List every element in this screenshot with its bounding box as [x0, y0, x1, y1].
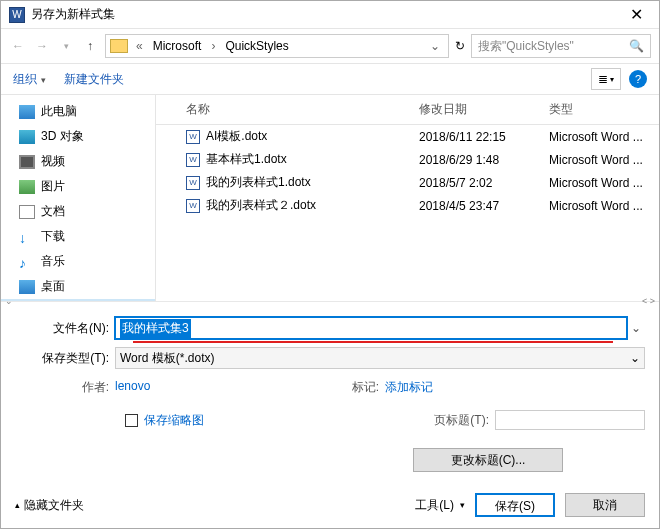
sidebar-item[interactable]: ♪音乐 [1, 249, 155, 274]
file-name: 我的列表样式２.dotx [206, 197, 316, 214]
file-type: Microsoft Word ... [549, 130, 659, 144]
sidebar-item-label: 此电脑 [41, 103, 77, 120]
tags-label: 标记: [325, 379, 385, 396]
savetype-label: 保存类型(T): [15, 350, 115, 367]
recent-dropdown-icon[interactable]: ▾ [57, 37, 75, 55]
tags-value[interactable]: 添加标记 [385, 379, 433, 396]
column-name[interactable]: 名称 [186, 101, 419, 118]
caret-up-icon: ▴ [15, 500, 20, 510]
address-bar[interactable]: « Microsoft › QuickStyles ⌄ [105, 34, 449, 58]
save-button[interactable]: 保存(S) [475, 493, 555, 517]
scroll-arrow-icon[interactable]: < > [642, 296, 655, 306]
folder-icon [110, 39, 128, 53]
chevron-down-icon: ⌄ [630, 351, 640, 365]
cancel-button[interactable]: 取消 [565, 493, 645, 517]
tools-button[interactable]: 工具(L) [415, 497, 465, 514]
author-label: 作者: [15, 379, 115, 396]
chevron-right-icon[interactable]: › [207, 39, 219, 53]
ico-doc-icon [19, 205, 35, 219]
column-date[interactable]: 修改日期 [419, 101, 549, 118]
ico-desk-icon [19, 280, 35, 294]
breadcrumb[interactable]: Microsoft [149, 37, 206, 55]
sidebar-item[interactable]: 视频 [1, 149, 155, 174]
word-file-icon: W [186, 199, 200, 213]
sidebar-item[interactable]: 文档 [1, 199, 155, 224]
forward-icon[interactable]: → [33, 37, 51, 55]
pagetitle-label: 页标题(T): [434, 412, 489, 429]
file-row[interactable]: W我的列表样式２.dotx2018/4/5 23:47Microsoft Wor… [156, 194, 659, 217]
change-title-button[interactable]: 更改标题(C)... [413, 448, 563, 472]
filename-input[interactable]: 我的样式集3 [115, 317, 627, 339]
ico-pic-icon [19, 180, 35, 194]
search-icon[interactable]: 🔍 [629, 39, 644, 53]
file-date: 2018/6/29 1:48 [419, 153, 549, 167]
sidebar-item-label: 3D 对象 [41, 128, 84, 145]
breadcrumb[interactable]: QuickStyles [221, 37, 292, 55]
ico-pc-icon [19, 105, 35, 119]
ico-3d-icon [19, 130, 35, 144]
view-options-button[interactable]: ≣ ▾ [591, 68, 621, 90]
thumbnail-checkbox[interactable] [125, 414, 138, 427]
file-row[interactable]: W基本样式1.dotx2018/6/29 1:48Microsoft Word … [156, 148, 659, 171]
breadcrumb-sep: « [132, 39, 147, 53]
sidebar-item[interactable]: 图片 [1, 174, 155, 199]
sidebar-item-label: 桌面 [41, 278, 65, 295]
file-type: Microsoft Word ... [549, 153, 659, 167]
sidebar-item[interactable]: 桌面 [1, 274, 155, 299]
ico-mus-icon: ♪ [19, 255, 35, 269]
sidebar-item-label: 图片 [41, 178, 65, 195]
sidebar-item-label: 文档 [41, 203, 65, 220]
word-file-icon: W [186, 176, 200, 190]
close-icon[interactable]: ✕ [622, 3, 651, 26]
file-type: Microsoft Word ... [549, 199, 659, 213]
hide-folders-toggle[interactable]: ▴ 隐藏文件夹 [15, 497, 84, 514]
thumbnail-label[interactable]: 保存缩略图 [144, 412, 204, 429]
sidebar-item[interactable]: 3D 对象 [1, 124, 155, 149]
new-folder-button[interactable]: 新建文件夹 [64, 71, 124, 88]
author-value[interactable]: lenovo [115, 379, 150, 396]
file-date: 2018/4/5 23:47 [419, 199, 549, 213]
sidebar-item-label: 视频 [41, 153, 65, 170]
sidebar-item-label: 音乐 [41, 253, 65, 270]
file-list: 名称 修改日期 类型 WAI模板.dotx2018/6/11 22:15Micr… [156, 95, 659, 301]
file-row[interactable]: WAI模板.dotx2018/6/11 22:15Microsoft Word … [156, 125, 659, 148]
address-dropdown-icon[interactable]: ⌄ [426, 39, 444, 53]
file-name: 我的列表样式1.dotx [206, 174, 311, 191]
word-file-icon: W [186, 153, 200, 167]
search-placeholder: 搜索"QuickStyles" [478, 38, 574, 55]
sidebar-item-label: 下载 [41, 228, 65, 245]
savetype-value: Word 模板(*.dotx) [120, 350, 214, 367]
filename-dropdown-icon[interactable]: ⌄ [627, 321, 645, 335]
filename-value: 我的样式集3 [120, 319, 191, 338]
word-file-icon: W [186, 130, 200, 144]
refresh-icon[interactable]: ↻ [455, 39, 465, 53]
filename-label: 文件名(N): [15, 320, 115, 337]
chevron-down-icon: ⌄ [5, 296, 13, 306]
window-title: 另存为新样式集 [31, 6, 115, 23]
splitter[interactable]: ⌄ < > [1, 301, 659, 309]
up-icon[interactable]: ↑ [81, 37, 99, 55]
file-date: 2018/5/7 2:02 [419, 176, 549, 190]
sidebar-item[interactable]: ↓下载 [1, 224, 155, 249]
back-icon[interactable]: ← [9, 37, 27, 55]
file-name: AI模板.dotx [206, 128, 267, 145]
sidebar-item[interactable]: 此电脑 [1, 99, 155, 124]
organize-button[interactable]: 组织 [13, 71, 46, 88]
file-name: 基本样式1.dotx [206, 151, 287, 168]
file-row[interactable]: W我的列表样式1.dotx2018/5/7 2:02Microsoft Word… [156, 171, 659, 194]
help-icon[interactable]: ? [629, 70, 647, 88]
search-input[interactable]: 搜索"QuickStyles" 🔍 [471, 34, 651, 58]
column-type[interactable]: 类型 [549, 101, 659, 118]
ico-vid-icon [19, 155, 35, 169]
word-app-icon: W [9, 7, 25, 23]
nav-tree: 此电脑3D 对象视频图片文档↓下载♪音乐桌面Windows8_OS ⌄ [1, 95, 156, 301]
pagetitle-input[interactable] [495, 410, 645, 430]
ico-dl-icon: ↓ [19, 230, 35, 244]
savetype-select[interactable]: Word 模板(*.dotx) ⌄ [115, 347, 645, 369]
file-type: Microsoft Word ... [549, 176, 659, 190]
file-date: 2018/6/11 22:15 [419, 130, 549, 144]
